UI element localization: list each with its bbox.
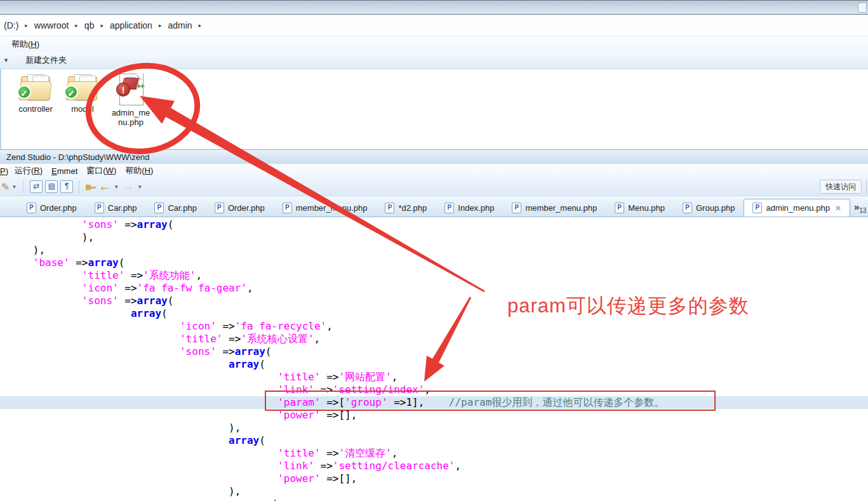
tab-label: Car.php (168, 203, 197, 213)
tab-Menu-php[interactable]: PMenu.php (606, 199, 674, 217)
svn-ok-badge-icon: ✓ (17, 85, 31, 99)
code-line: 'title' =>'网站配置', (0, 371, 664, 384)
tab-label: Group.php (696, 203, 735, 213)
explorer-address-bar[interactable]: (D:)▸wwwroot▸qb▸application▸admin▸ (0, 15, 868, 36)
tab-Order-php[interactable]: POrder.php (206, 199, 274, 217)
code-line: 'power' =>[], (0, 409, 664, 422)
code-line: array( (0, 434, 664, 447)
tab-label: Car.php (108, 203, 137, 213)
svn-added-icon: ++ (137, 81, 144, 91)
folder-item[interactable]: ✓model (58, 74, 107, 114)
chevron-down-icon[interactable]: ▼ (137, 184, 142, 190)
tab-Car-php[interactable]: PCar.php (86, 199, 146, 217)
breadcrumb-arrow-icon: ▸ (195, 22, 206, 29)
code-line: 'link' =>'setting/clearcache', (0, 460, 664, 472)
php-tab-icon: P (683, 203, 692, 213)
tab-Group-php[interactable]: PGroup.php (674, 199, 744, 217)
tab-member-menu-php[interactable]: Pmember_menu.php (503, 199, 606, 217)
toolbar-separator (866, 180, 867, 194)
code-line: array( (0, 498, 664, 501)
tab-label: *d2.php (398, 203, 427, 213)
tab-member-menu-php[interactable]: Pmember_menu.php (274, 199, 377, 217)
menu-item[interactable]: 帮助(H) (125, 165, 153, 177)
php-tab-icon: P (444, 203, 454, 213)
php-file-icon: ++! (117, 74, 144, 105)
quick-access-button[interactable]: 快速访问 (820, 180, 862, 194)
ide-window-title: Zend Studio - D:\phpStudy\WWW\zend (6, 152, 149, 162)
code-line: ), (0, 422, 664, 434)
ide-titlebar[interactable]: Zend Studio - D:\phpStudy\WWW\zend (0, 149, 868, 164)
back-to-last-edit-icon[interactable]: ⇤ (86, 180, 96, 194)
ide-toolbar: ✎ ▼ ⇄ ▤ ¶ ⇤ ← ▼ → ▼ (0, 178, 868, 196)
show-whitespace-icon[interactable]: ¶ (60, 180, 73, 193)
chevron-down-icon[interactable]: ▼ (11, 184, 17, 190)
code-line: 'link' =>'setting/index', (0, 384, 664, 396)
item-label: model (58, 104, 107, 114)
tab-label: member_menu.php (296, 203, 368, 213)
window-control-button[interactable] (858, 3, 867, 13)
tab-label: Order.php (228, 203, 265, 213)
ide-menubar: P)运行(R)Emmet窗口(W)帮助(H) (0, 164, 868, 178)
code-line: 'sons' =>array( (0, 218, 664, 231)
ide-tabbar: POrder.phpPCar.phpPCar.phpPOrder.phpPmem… (0, 196, 868, 217)
code-line: 'title' =>'系统核心设置', (0, 333, 664, 345)
php-tab-icon: P (615, 203, 624, 213)
file-item[interactable]: ++!admin_menu.php (107, 74, 155, 127)
last-edit-location-icon[interactable]: ⇄ (30, 180, 43, 193)
php-tab-icon: P (95, 203, 104, 213)
item-label: controller (11, 104, 60, 114)
code-line: 'sons' =>array( (0, 345, 664, 358)
svn-ok-badge-icon: ✓ (64, 85, 78, 99)
outline-icon[interactable]: ▤ (45, 180, 58, 193)
php-tab-icon: P (752, 203, 762, 213)
annotation-note: param可以传递更多的参数 (507, 293, 749, 319)
menu-item[interactable]: P) (0, 166, 8, 176)
folder-item[interactable]: ✓controller (11, 74, 60, 114)
explorer-menubar: 帮助(H) (0, 36, 868, 53)
menu-item[interactable]: 帮助(H) (8, 39, 43, 50)
php-tab-icon: P (27, 203, 36, 213)
code-line: 'base' =>array( (0, 257, 664, 269)
back-icon[interactable]: ← (98, 180, 110, 194)
breadcrumb-item[interactable]: qb (82, 20, 97, 30)
close-icon[interactable]: ✕ (835, 204, 841, 213)
breadcrumb-arrow-icon: ▸ (21, 22, 32, 29)
chevron-down-icon[interactable]: ▼ (114, 184, 119, 190)
code-editor[interactable]: 'sons' =>array( ), ), 'base' =>array( 't… (0, 217, 868, 501)
code-line: 'title' =>'清空缓存', (0, 447, 664, 460)
toolbar-separator (79, 181, 80, 192)
php-tab-icon: P (215, 203, 224, 213)
breadcrumb-item[interactable]: application (107, 20, 155, 30)
breadcrumb-item[interactable]: admin (165, 20, 194, 30)
explorer-titlebar (0, 0, 868, 15)
tab-Order-php[interactable]: POrder.php (18, 199, 86, 217)
menu-item[interactable]: 窗口(W) (86, 165, 116, 177)
tab-label: Order.php (40, 203, 77, 213)
php-tab-icon: P (512, 203, 521, 213)
tab-Car-php[interactable]: PCar.php (145, 199, 206, 217)
tab-admin-menu-php[interactable]: Padmin_menu.php✕ (744, 199, 850, 217)
breadcrumb-item[interactable]: wwwroot (32, 20, 71, 30)
code-line: 'title' =>'系统功能', (0, 269, 664, 282)
explorer-file-area: ✓controller✓model++!admin_menu.php (0, 69, 868, 149)
new-folder-button[interactable]: 新建文件夹 (25, 55, 67, 66)
tab--d2-php[interactable]: P*d2.php (376, 199, 436, 217)
menu-item[interactable]: 运行(R) (15, 165, 43, 177)
breadcrumb-arrow-icon: ▸ (155, 22, 166, 29)
tab-label: Menu.php (628, 203, 665, 213)
item-label: admin_menu.php (107, 108, 155, 127)
php-tab-icon: P (154, 203, 164, 213)
tab-overflow-button[interactable]: »13 (854, 201, 866, 214)
tab-label: admin_menu.php (766, 203, 829, 213)
chevron-down-icon[interactable]: ▼ (3, 57, 9, 63)
tab-label: member_menu.php (525, 203, 597, 213)
forward-icon[interactable]: → (122, 180, 134, 194)
breadcrumb-item[interactable]: (D:) (1, 20, 21, 30)
pen-icon[interactable]: ✎ (1, 181, 10, 193)
tab-Index-php[interactable]: PIndex.php (436, 199, 503, 217)
code-line: 'icon' =>'fa fa-recycle', (0, 320, 664, 333)
menu-item[interactable]: Emmet (51, 166, 77, 176)
code-line: 'power' =>[], (0, 472, 664, 485)
warning-badge-icon: ! (116, 83, 130, 97)
toolbar-separator (23, 181, 24, 192)
